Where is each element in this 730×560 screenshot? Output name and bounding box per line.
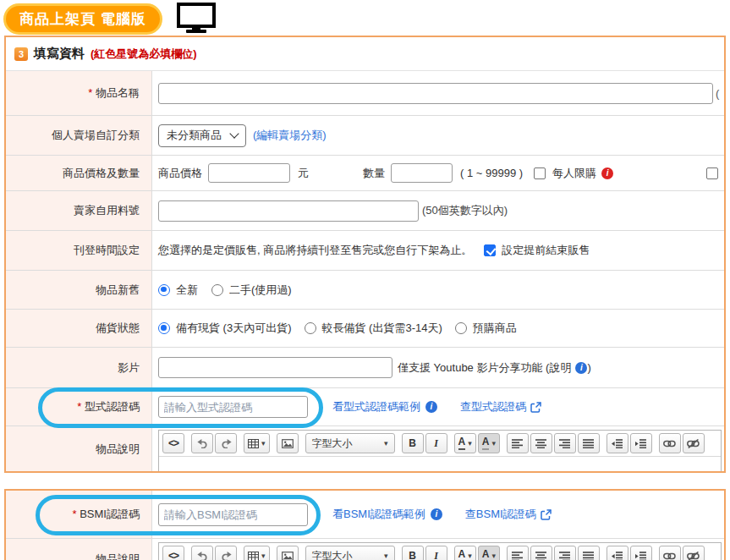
sku-label: 賣家自用料號	[6, 191, 152, 230]
video-hint: 僅支援 Youtube 影片分享功能 (說明	[398, 360, 571, 376]
italic-button[interactable]: I	[425, 433, 447, 453]
row-category: 個人賣場自訂分類 未分類商品 (編輯賣場分類)	[6, 116, 724, 156]
highlight-color-button[interactable]: A▾	[478, 433, 500, 453]
redo-button[interactable]	[215, 546, 237, 560]
editor-toolbar: <>▾字型大小▾BIA▾A▾	[159, 431, 721, 457]
early-end-label: 設定提前結束販售	[502, 243, 590, 258]
align-left-button[interactable]	[507, 546, 529, 560]
video-help-info-icon[interactable]	[575, 362, 587, 374]
align-left-button[interactable]	[507, 433, 529, 453]
condition-new-label: 全新	[176, 283, 198, 298]
insert-image-button[interactable]	[277, 433, 299, 453]
fill-info-panel: 3 填寫資料 (紅色星號為必填欄位) 物品名稱 ( 個人賣場自訂分類 未分類商品…	[4, 36, 726, 473]
bold-button[interactable]: B	[402, 433, 424, 453]
video-hint-close: )	[587, 361, 590, 374]
item-name-suffix: (	[716, 87, 719, 100]
condition-label: 物品新舊	[6, 271, 152, 309]
row-description: 物品說明 <>▾字型大小▾BIA▾A▾	[6, 426, 724, 472]
early-end-checkbox[interactable]	[484, 244, 496, 256]
quantity-label: 數量	[363, 166, 385, 181]
type-cert-example-link[interactable]: 看型式認證碼範例	[332, 399, 420, 415]
font-size-select[interactable]: 字型大小▾	[305, 546, 395, 560]
price-label: 商品價格	[158, 166, 202, 181]
required-note: (紅色星號為必填欄位)	[91, 47, 197, 62]
align-center-button[interactable]	[530, 546, 552, 560]
indent-button[interactable]	[630, 546, 652, 560]
bsmi-input[interactable]	[158, 503, 308, 526]
row-video: 影片 僅支援 Youtube 影片分享功能 (說明 )	[6, 348, 724, 388]
row-type-cert: 型式認證碼 看型式認證碼範例 查型式認證碼	[6, 388, 724, 426]
row-publish-time: 刊登時間設定 您選擇的是定價販售, 商品將持續刊登至售完或您自行下架為止。 設定…	[6, 231, 724, 271]
sku-input[interactable]	[158, 200, 419, 222]
text-color-button[interactable]: A▾	[454, 546, 476, 560]
condition-used-label: 二手(使用過)	[229, 283, 292, 298]
align-justify-button[interactable]	[578, 546, 600, 560]
outdent-button[interactable]	[607, 546, 628, 560]
source-code-button[interactable]: <>	[162, 546, 184, 560]
align-justify-button[interactable]	[578, 433, 600, 453]
type-cert-label: 型式認證碼	[6, 388, 152, 425]
stock-label: 備貨狀態	[6, 310, 152, 347]
undo-button[interactable]	[191, 433, 213, 453]
type-cert-example-info-icon[interactable]	[425, 401, 437, 413]
row-bsmi: BSMI認證碼 看BSMI認證碼範例 查BSMI認證碼	[6, 491, 724, 539]
description-editor[interactable]: <>▾字型大小▾BIA▾A▾	[158, 542, 722, 560]
category-label: 個人賣場自訂分類	[6, 116, 152, 155]
chevron-down-icon	[229, 129, 239, 138]
edit-category-link[interactable]: (編輯賣場分類)	[253, 128, 327, 143]
quantity-range: ( 1 ~ 99999 )	[460, 167, 523, 179]
condition-new-radio[interactable]	[158, 284, 170, 296]
type-cert-query-link[interactable]: 查型式認證碼	[460, 399, 526, 415]
price-qty-label: 商品價格及數量	[6, 156, 152, 190]
type-cert-input[interactable]	[158, 396, 308, 418]
bsmi-example-info-icon[interactable]	[431, 508, 442, 520]
per-person-info-icon[interactable]	[601, 167, 613, 179]
align-right-button[interactable]	[554, 433, 576, 453]
stock-preorder-radio[interactable]	[455, 322, 467, 334]
per-person-limit-checkbox[interactable]	[534, 167, 546, 179]
step-number-icon: 3	[14, 47, 28, 61]
redo-button[interactable]	[215, 433, 237, 453]
highlight-color-button[interactable]: A▾	[478, 546, 500, 560]
table-button[interactable]: ▾	[244, 433, 270, 453]
stock-instock-radio[interactable]	[158, 322, 170, 334]
bsmi-query-link[interactable]: 查BSMI認證碼	[465, 507, 536, 522]
description-editor[interactable]: <>▾字型大小▾BIA▾A▾	[158, 430, 722, 472]
indent-button[interactable]	[630, 433, 652, 453]
stock-longer-radio[interactable]	[305, 322, 316, 334]
link-button[interactable]	[659, 433, 681, 453]
price-input[interactable]	[208, 163, 290, 183]
panel-header: 3 填寫資料 (紅色星號為必填欄位)	[6, 37, 724, 71]
row-sku: 賣家自用料號 (50個英數字以內)	[6, 191, 724, 231]
row-stock: 備貨狀態 備有現貨 (3天內可出貨) 較長備貨 (出貨需3-14天) 預購商品	[6, 310, 724, 348]
font-size-select[interactable]: 字型大小▾	[305, 433, 395, 453]
video-input[interactable]	[158, 357, 392, 378]
text-color-button[interactable]: A▾	[454, 433, 476, 453]
outdent-button[interactable]	[607, 433, 628, 453]
row-item-name: 物品名稱 (	[6, 71, 724, 116]
source-code-button[interactable]: <>	[162, 433, 184, 453]
link-button[interactable]	[659, 546, 681, 560]
align-center-button[interactable]	[530, 433, 552, 453]
right-edge-checkbox[interactable]	[706, 167, 718, 179]
monitor-icon	[177, 3, 216, 36]
category-select[interactable]: 未分類商品	[158, 124, 246, 147]
item-name-input[interactable]	[158, 83, 713, 104]
quantity-input[interactable]	[391, 163, 453, 183]
bsmi-example-link[interactable]: 看BSMI認證碼範例	[332, 507, 425, 522]
page-badge: 商品上架頁 電腦版	[3, 3, 162, 35]
description-label: 物品說明	[6, 539, 152, 560]
align-right-button[interactable]	[554, 546, 576, 560]
unlink-button[interactable]	[683, 546, 705, 560]
bsmi-label: BSMI認證碼	[6, 491, 152, 538]
unlink-button[interactable]	[683, 433, 705, 453]
per-person-limit-label: 每人限購	[552, 166, 596, 181]
insert-image-button[interactable]	[277, 546, 299, 560]
editor-toolbar: <>▾字型大小▾BIA▾A▾	[159, 543, 721, 560]
table-button[interactable]: ▾	[244, 546, 270, 560]
bold-button[interactable]: B	[402, 546, 424, 560]
condition-used-radio[interactable]	[211, 284, 223, 296]
undo-button[interactable]	[191, 546, 213, 560]
italic-button[interactable]: I	[425, 546, 447, 560]
stock-preorder-label: 預購商品	[473, 321, 517, 336]
